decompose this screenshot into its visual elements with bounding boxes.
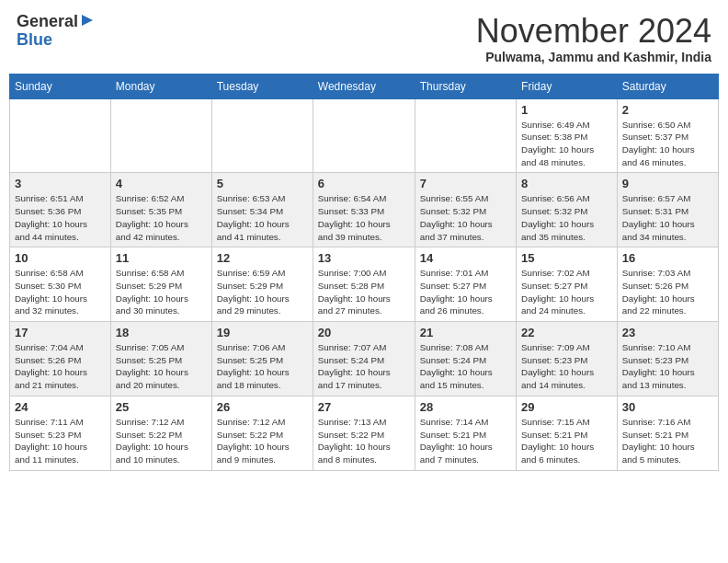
day-info: Sunrise: 6:54 AMSunset: 5:33 PMDaylight:… [318,192,410,243]
calendar-day-cell [313,98,415,173]
day-number: 22 [521,326,612,339]
weekday-header: Wednesday [313,74,415,98]
logo-blue-text: Blue [17,31,52,50]
calendar-day-cell [10,98,111,173]
day-info: Sunrise: 7:09 AMSunset: 5:23 PMDaylight:… [521,341,612,392]
day-number: 8 [521,177,612,190]
calendar-week-row: 3Sunrise: 6:51 AMSunset: 5:36 PMDaylight… [10,173,719,247]
calendar-day-cell: 23Sunrise: 7:10 AMSunset: 5:23 PMDayligh… [617,322,718,396]
calendar-day-cell: 27Sunrise: 7:13 AMSunset: 5:22 PMDayligh… [313,396,415,470]
calendar-week-row: 24Sunrise: 7:11 AMSunset: 5:23 PMDayligh… [10,396,719,470]
day-number: 11 [116,251,207,265]
day-info: Sunrise: 7:13 AMSunset: 5:22 PMDaylight:… [318,416,410,466]
day-info: Sunrise: 7:04 AMSunset: 5:26 PMDaylight:… [15,341,106,392]
calendar-day-cell: 7Sunrise: 6:55 AMSunset: 5:32 PMDaylight… [415,173,516,247]
day-info: Sunrise: 6:53 AMSunset: 5:34 PMDaylight:… [217,192,308,243]
day-info: Sunrise: 7:05 AMSunset: 5:25 PMDaylight:… [116,341,207,392]
day-info: Sunrise: 7:00 AMSunset: 5:28 PMDaylight:… [318,267,410,317]
calendar-day-cell: 2Sunrise: 6:50 AMSunset: 5:37 PMDaylight… [617,98,718,173]
title-block: November 2024 Pulwama, Jammu and Kashmir… [476,13,711,64]
calendar-day-cell: 18Sunrise: 7:05 AMSunset: 5:25 PMDayligh… [110,322,211,396]
calendar-day-cell: 30Sunrise: 7:16 AMSunset: 5:21 PMDayligh… [617,396,718,470]
logo: General Blue [17,13,95,50]
header-row: SundayMondayTuesdayWednesdayThursdayFrid… [10,74,719,98]
calendar-day-cell: 11Sunrise: 6:58 AMSunset: 5:29 PMDayligh… [110,247,211,322]
day-number: 27 [318,400,410,414]
calendar-day-cell: 20Sunrise: 7:07 AMSunset: 5:24 PMDayligh… [313,322,415,396]
day-info: Sunrise: 7:15 AMSunset: 5:21 PMDaylight:… [521,416,612,466]
calendar-day-cell: 1Sunrise: 6:49 AMSunset: 5:38 PMDaylight… [517,98,618,173]
calendar-day-cell [415,98,516,173]
day-info: Sunrise: 6:51 AMSunset: 5:36 PMDaylight:… [15,192,106,243]
calendar-day-cell: 15Sunrise: 7:02 AMSunset: 5:27 PMDayligh… [517,247,618,322]
location-text: Pulwama, Jammu and Kashmir, India [476,50,711,64]
day-number: 21 [420,326,511,339]
calendar-day-cell: 29Sunrise: 7:15 AMSunset: 5:21 PMDayligh… [517,396,618,470]
day-number: 3 [15,177,106,190]
calendar-day-cell: 12Sunrise: 6:59 AMSunset: 5:29 PMDayligh… [211,247,313,322]
day-info: Sunrise: 7:02 AMSunset: 5:27 PMDaylight:… [521,267,612,317]
weekday-header: Tuesday [211,74,313,98]
weekday-header: Sunday [10,74,111,98]
day-number: 23 [622,326,713,339]
calendar-day-cell [110,98,211,173]
day-number: 2 [622,103,713,117]
weekday-header: Monday [110,74,211,98]
calendar-day-cell: 17Sunrise: 7:04 AMSunset: 5:26 PMDayligh… [10,322,111,396]
calendar-day-cell: 6Sunrise: 6:54 AMSunset: 5:33 PMDaylight… [313,173,415,247]
calendar-day-cell: 5Sunrise: 6:53 AMSunset: 5:34 PMDaylight… [211,173,313,247]
day-info: Sunrise: 7:01 AMSunset: 5:27 PMDaylight:… [420,267,511,317]
day-info: Sunrise: 6:50 AMSunset: 5:37 PMDaylight:… [622,119,713,169]
day-number: 1 [521,103,612,117]
day-number: 10 [15,251,106,265]
calendar-day-cell: 8Sunrise: 6:56 AMSunset: 5:32 PMDaylight… [517,173,618,247]
day-number: 18 [116,326,207,339]
svg-marker-0 [82,15,93,26]
calendar-day-cell: 25Sunrise: 7:12 AMSunset: 5:22 PMDayligh… [110,396,211,470]
day-number: 29 [521,400,612,414]
calendar-day-cell: 26Sunrise: 7:12 AMSunset: 5:22 PMDayligh… [211,396,313,470]
calendar-week-row: 17Sunrise: 7:04 AMSunset: 5:26 PMDayligh… [10,322,719,396]
calendar-day-cell: 3Sunrise: 6:51 AMSunset: 5:36 PMDaylight… [10,173,111,247]
day-info: Sunrise: 6:57 AMSunset: 5:31 PMDaylight:… [622,192,713,243]
calendar-day-cell: 24Sunrise: 7:11 AMSunset: 5:23 PMDayligh… [10,396,111,470]
day-info: Sunrise: 6:58 AMSunset: 5:30 PMDaylight:… [15,267,106,317]
calendar-day-cell: 13Sunrise: 7:00 AMSunset: 5:28 PMDayligh… [313,247,415,322]
day-number: 25 [116,400,207,414]
day-info: Sunrise: 7:16 AMSunset: 5:21 PMDaylight:… [622,416,713,466]
day-info: Sunrise: 7:12 AMSunset: 5:22 PMDaylight:… [217,416,308,466]
day-number: 4 [116,177,207,190]
calendar-day-cell: 21Sunrise: 7:08 AMSunset: 5:24 PMDayligh… [415,322,516,396]
day-number: 17 [15,326,106,339]
day-number: 24 [15,400,106,414]
day-number: 14 [420,251,511,265]
calendar-day-cell: 16Sunrise: 7:03 AMSunset: 5:26 PMDayligh… [617,247,718,322]
calendar-day-cell: 9Sunrise: 6:57 AMSunset: 5:31 PMDaylight… [617,173,718,247]
calendar-week-row: 10Sunrise: 6:58 AMSunset: 5:30 PMDayligh… [10,247,719,322]
weekday-header: Saturday [617,74,718,98]
page-header: General Blue November 2024 Pulwama, Jamm… [9,9,719,68]
day-number: 9 [622,177,713,190]
logo-general-text: General [17,13,78,31]
day-info: Sunrise: 6:56 AMSunset: 5:32 PMDaylight:… [521,192,612,243]
day-info: Sunrise: 7:03 AMSunset: 5:26 PMDaylight:… [622,267,713,317]
calendar-week-row: 1Sunrise: 6:49 AMSunset: 5:38 PMDaylight… [10,98,719,173]
day-info: Sunrise: 7:11 AMSunset: 5:23 PMDaylight:… [15,416,106,466]
day-info: Sunrise: 7:08 AMSunset: 5:24 PMDaylight:… [420,341,511,392]
day-number: 30 [622,400,713,414]
weekday-header: Thursday [415,74,516,98]
day-info: Sunrise: 7:07 AMSunset: 5:24 PMDaylight:… [318,341,410,392]
day-number: 15 [521,251,612,265]
calendar-day-cell: 14Sunrise: 7:01 AMSunset: 5:27 PMDayligh… [415,247,516,322]
day-number: 16 [622,251,713,265]
logo-triangle-icon [80,13,95,28]
calendar-day-cell: 10Sunrise: 6:58 AMSunset: 5:30 PMDayligh… [10,247,111,322]
day-number: 6 [318,177,410,190]
day-info: Sunrise: 6:52 AMSunset: 5:35 PMDaylight:… [116,192,207,243]
day-number: 20 [318,326,410,339]
calendar-day-cell: 28Sunrise: 7:14 AMSunset: 5:21 PMDayligh… [415,396,516,470]
day-info: Sunrise: 7:12 AMSunset: 5:22 PMDaylight:… [116,416,207,466]
day-number: 28 [420,400,511,414]
day-info: Sunrise: 7:14 AMSunset: 5:21 PMDaylight:… [420,416,511,466]
calendar-day-cell: 22Sunrise: 7:09 AMSunset: 5:23 PMDayligh… [517,322,618,396]
